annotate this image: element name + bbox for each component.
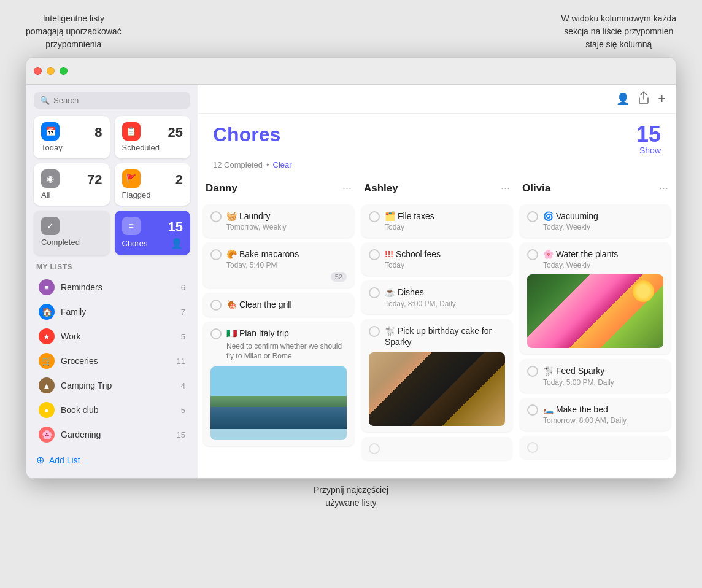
task-birthday-cake[interactable]: 🐩 Pick up birthday cake for Sparky — [361, 319, 512, 432]
share-icon[interactable] — [638, 91, 649, 107]
task-sub-plants: Today, Weekly — [543, 261, 663, 269]
family-count: 7 — [181, 308, 185, 317]
task-name-cake: 🐩 Pick up birthday cake for Sparky — [385, 325, 505, 347]
task-make-bed[interactable]: 🛏️ Make the bed Tomorrow, 8:00 AM, Daily — [520, 398, 671, 431]
column-header-danny: Danny ··· — [203, 177, 354, 199]
task-name-grill: 🍖 Clean the grill — [226, 299, 347, 310]
list-item-bookclub[interactable]: ● Book club 5 — [34, 398, 190, 422]
task-check-bed[interactable] — [527, 404, 538, 416]
task-sub-vacuuming: Today, Weekly — [543, 223, 663, 231]
column-more-danny[interactable]: ··· — [342, 182, 352, 195]
scheduled-count: 25 — [168, 125, 183, 141]
task-info-dishes: ☕ Dishes Today, 8:00 PM, Daily — [385, 287, 505, 308]
task-vacuuming[interactable]: 🌀 Vacuuming Today, Weekly — [520, 204, 671, 238]
gardening-name: Gardening — [61, 430, 171, 439]
task-info-grill: 🍖 Clean the grill — [226, 299, 347, 310]
add-list-label: Add List — [49, 455, 80, 465]
task-clean-grill[interactable]: 🍖 Clean the grill — [203, 293, 354, 317]
task-dishes[interactable]: ☕ Dishes Today, 8:00 PM, Daily — [361, 280, 512, 314]
annotation-bottom: Przypnij najczęściej używane listy — [314, 484, 388, 509]
work-icon: ★ — [39, 328, 55, 344]
big-count: 15 — [636, 122, 661, 147]
clear-button[interactable]: Clear — [273, 160, 292, 169]
task-check-italy[interactable] — [210, 328, 222, 339]
close-button[interactable] — [34, 67, 42, 75]
bookclub-icon: ● — [39, 402, 55, 418]
task-name-vacuuming: 🌀 Vacuuming — [543, 211, 663, 222]
completed-icon: ✓ — [41, 217, 60, 235]
smart-list-scheduled[interactable]: 📋 25 Scheduled — [115, 116, 191, 158]
column-more-ashley[interactable]: ··· — [501, 182, 510, 195]
add-list-button[interactable]: ⊕ Add List — [26, 449, 198, 471]
reminders-name: Reminders — [61, 282, 175, 292]
task-badge-macarons: 52 — [331, 272, 347, 282]
task-check-dishes[interactable] — [369, 287, 380, 298]
task-check-macarons[interactable] — [210, 249, 222, 260]
task-plan-italy[interactable]: 🇮🇹 Plan Italy trip Need to confirm wheth… — [203, 322, 354, 446]
maximize-button[interactable] — [60, 67, 68, 75]
list-item-work[interactable]: ★ Work 5 — [34, 324, 190, 349]
task-info-plants: 🌸 Water the plants Today, Weekly — [543, 249, 663, 269]
list-item-camping[interactable]: ▲ Camping Trip 4 — [34, 373, 190, 398]
person-circle-icon[interactable]: 👤 — [616, 92, 630, 106]
task-feed-sparky[interactable]: 🐩 Feed Sparky Today, 5:00 PM, Daily — [520, 359, 671, 392]
task-name-laundry: 🧺 Laundry — [226, 211, 347, 222]
smart-list-chores[interactable]: ≡ 15 Chores 👤 — [115, 211, 191, 255]
task-name-fees: !!! School fees — [385, 249, 505, 260]
task-note-italy: Need to confirm whether we should fly to… — [226, 341, 347, 362]
column-more-olivia[interactable]: ··· — [659, 182, 668, 195]
list-item-groceries[interactable]: 🛒 Groceries 11 — [34, 349, 190, 373]
smart-lists-grid: 📅 8 Today 📋 25 — [26, 116, 198, 263]
add-icon[interactable]: + — [658, 91, 666, 107]
add-row-olivia[interactable] — [520, 436, 671, 459]
task-check-sparky[interactable] — [527, 366, 538, 377]
gardening-icon: 🌸 — [39, 427, 55, 443]
search-bar[interactable]: 🔍 — [34, 92, 190, 109]
today-label: Today — [41, 143, 102, 152]
show-link[interactable]: Show — [636, 145, 661, 155]
gardening-count: 15 — [177, 430, 185, 439]
detail-header: Chores 15 Show — [198, 114, 676, 160]
task-check-taxes[interactable] — [369, 211, 380, 222]
list-item-family[interactable]: 🏠 Family 7 — [34, 300, 190, 324]
reminders-count: 6 — [181, 283, 185, 292]
add-row-ashley[interactable] — [361, 437, 512, 460]
scheduled-icon: 📋 — [122, 122, 141, 141]
task-bake-macarons[interactable]: 🥐 Bake macarons Today, 5:40 PM 52 — [203, 242, 354, 288]
smart-list-today[interactable]: 📅 8 Today — [34, 116, 110, 158]
column-danny: Danny ··· 🧺 Laundry Tomorrow, Weekly — [203, 177, 354, 468]
add-list-icon: ⊕ — [36, 454, 44, 466]
detail-area: 👤 + Chores 15 Show — [198, 85, 676, 478]
task-image-italy — [210, 366, 347, 440]
task-name-italy: 🇮🇹 Plan Italy trip — [226, 328, 347, 339]
top-annotations: Inteligentne listy pomagają uporządkować… — [14, 12, 688, 57]
task-check-fees[interactable] — [369, 249, 380, 260]
smart-list-completed[interactable]: ✓ Completed — [34, 211, 110, 255]
task-laundry[interactable]: 🧺 Laundry Tomorrow, Weekly — [203, 204, 354, 238]
column-name-danny: Danny — [206, 182, 237, 195]
list-item-gardening[interactable]: 🌸 Gardening 15 — [34, 422, 190, 447]
family-name: Family — [61, 307, 175, 317]
task-water-plants[interactable]: 🌸 Water the plants Today, Weekly — [520, 242, 671, 354]
task-file-taxes[interactable]: 🗂️ File taxes Today — [361, 204, 512, 238]
minimize-button[interactable] — [47, 67, 55, 75]
task-info-fees: !!! School fees Today — [385, 249, 505, 269]
annotation-area: Inteligentne listy pomagają uporządkować… — [14, 12, 688, 509]
task-school-fees[interactable]: !!! School fees Today — [361, 242, 512, 276]
smart-list-all[interactable]: ◉ 72 All — [34, 163, 110, 206]
task-check-vacuuming[interactable] — [527, 211, 538, 222]
smart-list-flagged[interactable]: 🚩 2 Flagged — [115, 163, 191, 206]
task-info-macarons: 🥐 Bake macarons Today, 5:40 PM — [226, 249, 347, 269]
list-item-reminders[interactable]: ≡ Reminders 6 — [34, 275, 190, 300]
completed-text: 12 Completed — [213, 160, 263, 169]
bookclub-count: 5 — [181, 406, 185, 415]
search-input[interactable] — [53, 96, 184, 105]
task-image-dog — [369, 352, 505, 426]
column-olivia: Olivia ··· 🌀 Vacuuming Today, Weekly — [520, 177, 671, 468]
task-check-cake[interactable] — [369, 326, 380, 337]
bookclub-name: Book club — [61, 405, 175, 415]
main-content: 🔍 📅 8 Today — [26, 85, 676, 478]
task-check-plants[interactable] — [527, 249, 538, 260]
task-check-laundry[interactable] — [210, 211, 222, 222]
task-check-grill[interactable] — [210, 300, 222, 311]
